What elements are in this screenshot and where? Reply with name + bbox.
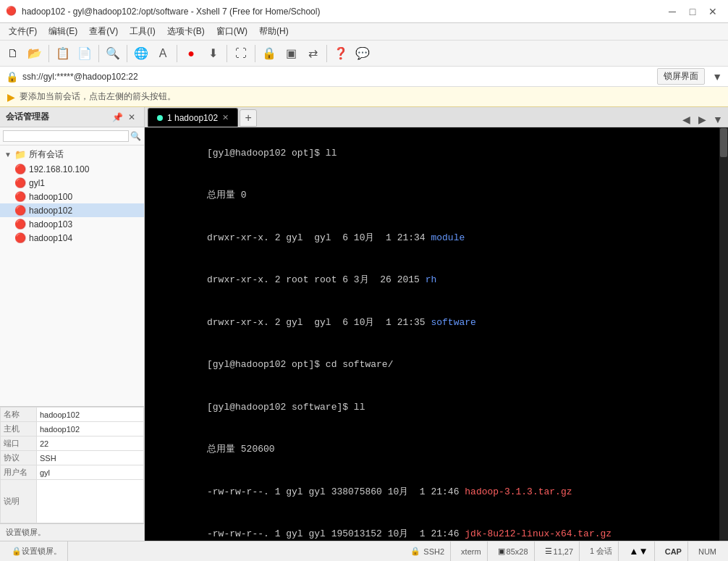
tab-prev-button[interactable]: ◀ [679,112,693,127]
prop-val-user: gyl [37,465,144,480]
close-panel-button[interactable]: ✕ [125,111,138,124]
prop-row-protocol: 协议 SSH [1,451,144,465]
status-bar: 🔒 设置锁屏。 🔒 SSH2 xterm ▣ 85x28 ☰ 11,27 1 会… [0,541,728,561]
menu-tabs[interactable]: 选项卡(B) [161,23,211,40]
position-label: 11,27 [554,547,574,556]
tb-red[interactable]: ● [181,43,201,64]
pin-button[interactable]: 📌 [111,111,124,124]
tb-info[interactable]: 💬 [352,43,373,64]
lockscreen-button[interactable]: 锁屏界面 [657,68,705,85]
tab-close-0[interactable]: ✕ [222,113,229,122]
tree-root-all-sessions[interactable]: ▼ 📁 所有会话 [0,147,144,162]
menu-edit[interactable]: 编辑(E) [43,23,83,40]
tb-web[interactable]: 🌐 [131,43,151,64]
session-label-4: hadoop103 [29,219,72,229]
terminal-line-5: [gyl@hadoop102 opt]$ cd software/ [151,344,714,387]
main-area: 会话管理器 📌 ✕ 🔍 ▼ 📁 所有会话 🔴 192.168.10.100 🔴 … [0,107,728,541]
menu-help[interactable]: 帮助(H) [253,23,295,40]
terminal-scrollbar[interactable] [719,127,728,541]
status-lock-icon: 🔒 [12,547,22,556]
close-button[interactable]: ✕ [703,2,722,21]
session-item-5[interactable]: 🔴 hadoop104 [0,231,144,245]
tab-menu-button[interactable]: ▼ [711,112,725,127]
tb-download[interactable]: ⬇ [203,43,223,64]
tb-help[interactable]: ❓ [331,43,351,64]
minimize-button[interactable]: ─ [663,2,682,21]
session-header: 会话管理器 📌 ✕ [0,107,144,127]
settings-link[interactable]: 设置锁屏。 [6,527,46,538]
tab-0[interactable]: 1 hadoop102 ✕ [148,108,238,127]
session-item-4[interactable]: 🔴 hadoop103 [0,217,144,231]
menu-file[interactable]: 文件(F) [3,23,43,40]
terminal-line-9: -rw-rw-r--. 1 gyl gyl 195013152 10月 1 21… [151,513,714,541]
tb-sep3 [127,45,127,62]
tb-sep6 [255,45,255,62]
tb-paste[interactable]: 📄 [75,43,95,64]
protocol-label: SSH2 [423,547,444,556]
terminal-area: 1 hadoop102 ✕ + ◀ ▶ ▼ [gyl@hadoop102 opt… [145,107,728,541]
menu-tools[interactable]: 工具(I) [124,23,161,40]
session-header-buttons: 📌 ✕ [111,111,138,124]
scroll-up-button[interactable]: ▲ [629,546,638,557]
tab-next-button[interactable]: ▶ [695,112,709,127]
termtype-label: xterm [461,547,481,556]
terminal-line-8: -rw-rw-r--. 1 gyl gyl 338075860 10月 1 21… [151,471,714,513]
size-label: 85x28 [507,547,528,556]
tab-nav: ◀ ▶ ▼ [679,112,728,127]
tb-sep4 [177,45,177,62]
conn-icon-0: 🔴 [14,164,26,174]
conn-icon-4: 🔴 [14,219,26,229]
scrollbar-thumb[interactable] [720,128,727,157]
prop-key-protocol: 协议 [1,451,37,465]
session-item-1[interactable]: 🔴 gyl1 [0,176,144,190]
dropdown-icon[interactable]: ▼ [712,71,722,83]
protocol-icon: 🔒 [410,547,420,556]
tb-font[interactable]: A [153,43,173,64]
terminal-line-2: drwxr-xr-x. 2 gyl gyl 6 10月 1 21:34 modu… [151,216,714,259]
session-item-2[interactable]: 🔴 hadoop100 [0,190,144,203]
tb-expand[interactable]: ⛶ [231,43,251,64]
session-tree: ▼ 📁 所有会话 🔴 192.168.10.100 🔴 gyl1 🔴 hadoo… [0,145,144,406]
prop-row-desc: 说明 [1,480,144,523]
session-item-0[interactable]: 🔴 192.168.10.100 [0,162,144,176]
menu-window[interactable]: 窗口(W) [211,23,253,40]
folder-icon: 📁 [14,149,26,160]
session-item-3[interactable]: 🔴 hadoop102 [0,203,144,217]
status-sessions: 1 会话 [584,541,619,561]
tb-sep5 [227,45,227,62]
tb-terminal[interactable]: ▣ [281,43,301,64]
status-settings-text[interactable]: 设置锁屏。 [22,546,62,557]
tb-copy[interactable]: 📋 [53,43,73,64]
tab-label-0: 1 hadoop102 [167,113,218,123]
prop-key-host: 主机 [1,422,37,436]
status-lock-section: 🔒 设置锁屏。 [6,541,68,561]
tb-find[interactable]: 🔍 [103,43,123,64]
prop-val-name: hadoop102 [37,408,144,422]
session-search-input[interactable] [3,130,129,142]
tb-lock[interactable]: 🔒 [259,43,279,64]
scroll-down-button[interactable]: ▼ [639,546,648,557]
session-panel-title: 会话管理器 [6,111,111,123]
terminal[interactable]: [gyl@hadoop102 opt]$ ll 总用量 0 drwxr-xr-x… [145,127,719,541]
prop-key-port: 端口 [1,436,37,451]
session-search: 🔍 [0,127,144,145]
prop-row-host: 主机 hadoop102 [1,422,144,436]
tb-open[interactable]: 📂 [25,43,45,64]
maximize-button[interactable]: □ [683,2,702,21]
tb-new[interactable]: 🗋 [3,43,23,64]
status-cap: CAP [659,541,688,561]
info-bar: ▶ 要添加当前会话，点击左侧的箭头按钮。 [0,87,728,107]
tb-transfer[interactable]: ⇄ [302,43,323,64]
app-icon: 🔴 [6,6,17,17]
toolbar: 🗋 📂 📋 📄 🔍 🌐 A ● ⬇ ⛶ 🔒 ▣ ⇄ ❓ 💬 [0,41,728,67]
status-size: ▣ 85x28 [492,541,535,561]
terminal-line-4: drwxr-xr-x. 2 gyl gyl 6 10月 1 21:35 soft… [151,301,714,344]
prop-val-host: hadoop102 [37,422,144,436]
address-input[interactable] [22,72,653,82]
session-label-5: hadoop104 [29,233,72,243]
menu-view[interactable]: 查看(V) [83,23,124,40]
conn-icon-3: 🔴 [14,205,26,216]
pos-icon: ☰ [545,547,552,556]
terminal-line-3: drwxr-xr-x. 2 root root 6 3月 26 2015 rh [151,259,714,302]
tab-add-button[interactable]: + [240,109,257,127]
